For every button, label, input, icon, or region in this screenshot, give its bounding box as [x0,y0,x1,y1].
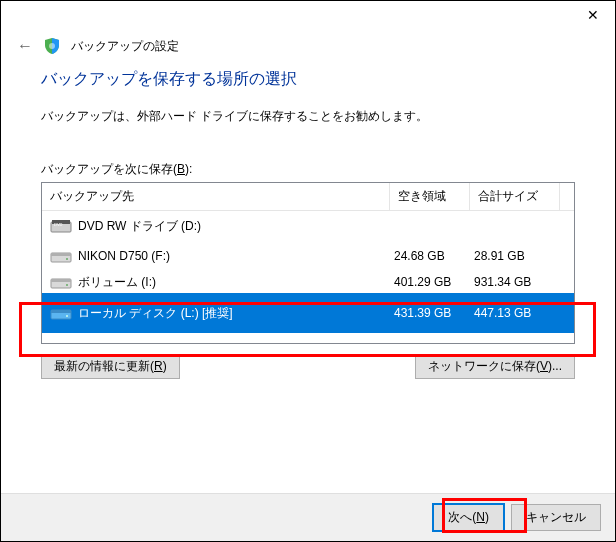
next-button[interactable]: 次へ(N) [432,503,505,532]
drive-name: ボリューム (I:) [78,274,156,291]
shield-icon [43,37,61,55]
drive-total: 931.34 GB [474,275,554,289]
svg-point-0 [49,43,55,49]
hdd-icon [50,274,72,290]
window-title: バックアップの設定 [71,38,179,55]
refresh-button[interactable]: 最新の情報に更新(R) [41,354,180,379]
hdd-icon [50,248,72,264]
titlebar: ✕ [1,1,615,31]
drive-row[interactable]: ボリューム (I:) 401.29 GB 931.34 GB [42,271,574,293]
drive-row[interactable]: DVD DVD RW ドライブ (D:) [42,211,574,241]
dvd-drive-icon: DVD [50,218,72,234]
svg-point-6 [66,258,68,260]
drive-name: ローカル ディスク (L:) [推奨] [78,305,233,322]
list-header: バックアップ先 空き領域 合計サイズ [42,183,574,211]
drive-list[interactable]: バックアップ先 空き領域 合計サイズ DVD DVD RW ドライブ (D:) [41,182,575,344]
backup-settings-window: ✕ ← バックアップの設定 バックアップを保存する場所の選択 バックアップは、外… [0,0,616,542]
drive-total: 28.91 GB [474,249,554,263]
close-button[interactable]: ✕ [570,1,615,29]
drive-name: NIKON D750 (F:) [78,249,170,263]
cancel-button[interactable]: キャンセル [511,504,601,531]
svg-rect-8 [51,279,71,282]
col-header-dest[interactable]: バックアップ先 [42,183,390,210]
content-area: バックアップを保存する場所の選択 バックアップは、外部ハード ドライブに保存する… [1,69,615,379]
save-network-button[interactable]: ネットワークに保存(V)... [415,354,575,379]
drive-free: 401.29 GB [394,275,474,289]
drive-row[interactable]: NIKON D750 (F:) 24.68 GB 28.91 GB [42,241,574,271]
list-body: DVD DVD RW ドライブ (D:) NIKON D750 (F:) 24.… [42,211,574,333]
drive-free: 431.39 GB [394,306,474,320]
footer: 次へ(N) キャンセル [1,493,615,541]
save-label-text: バックアップを次に保存(B): [41,162,192,176]
drive-free: 24.68 GB [394,249,474,263]
drive-total: 447.13 GB [474,306,554,320]
save-location-label: バックアップを次に保存(B): [41,161,575,178]
drive-name: DVD RW ドライブ (D:) [78,218,201,235]
button-row: 最新の情報に更新(R) ネットワークに保存(V)... [41,354,575,379]
svg-point-12 [66,315,68,317]
col-header-total[interactable]: 合計サイズ [470,183,560,210]
drive-row-selected[interactable]: ローカル ディスク (L:) [推奨] 431.39 GB 447.13 GB [42,293,574,333]
hdd-icon [50,305,72,321]
svg-rect-11 [51,310,71,313]
header-row: ← バックアップの設定 [1,31,615,69]
page-heading: バックアップを保存する場所の選択 [41,69,575,90]
description-text: バックアップは、外部ハード ドライブに保存することをお勧めします。 [41,108,575,125]
svg-text:DVD: DVD [54,222,63,227]
col-header-free[interactable]: 空き領域 [390,183,470,210]
svg-rect-5 [51,253,71,256]
back-arrow-icon[interactable]: ← [17,37,33,55]
svg-point-9 [66,284,68,286]
